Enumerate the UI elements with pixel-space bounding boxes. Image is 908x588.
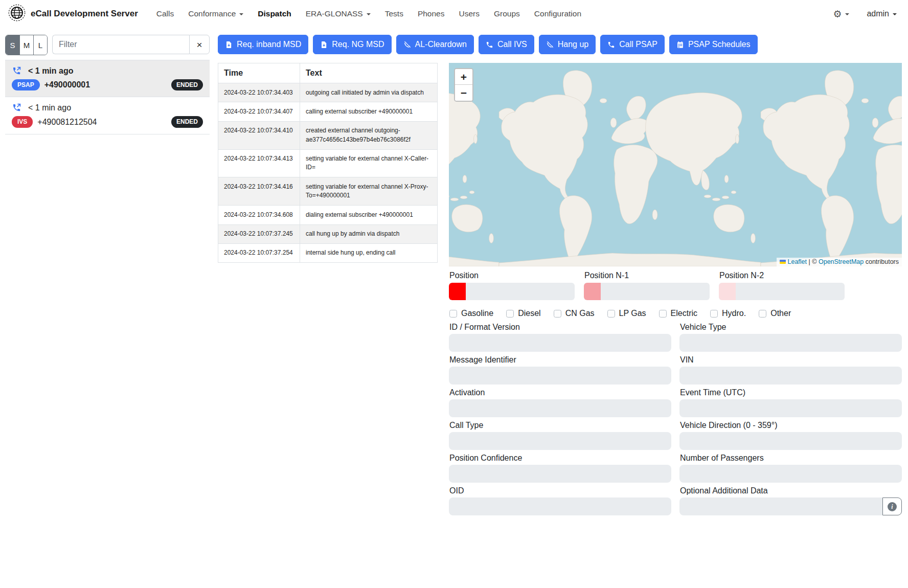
call-type-input[interactable] [449, 432, 671, 450]
nav-item-conformance[interactable]: Conformance [188, 9, 243, 18]
psap-schedules-button[interactable]: PSAP Schedules [669, 35, 758, 54]
leaflet-link[interactable]: Leaflet [788, 258, 807, 265]
openstreetmap-link[interactable]: OpenStreetMap [819, 258, 864, 265]
size-button-m[interactable]: M [19, 35, 33, 55]
file-download-icon [225, 41, 233, 49]
log-text-cell: dialing external subscriber +490000001 [300, 206, 438, 224]
number-of-passengers-input[interactable] [679, 465, 902, 483]
checkbox-icon[interactable] [710, 310, 718, 318]
call-psap-button[interactable]: Call PSAP [600, 35, 665, 54]
checkbox-icon[interactable] [659, 310, 667, 318]
req-inband-msd-button[interactable]: Req. inband MSD [218, 35, 308, 54]
attribution-copyright: © [812, 258, 816, 265]
checkbox-icon[interactable] [607, 310, 615, 318]
hang-up-button[interactable]: Hang up [539, 35, 596, 54]
log-text-cell: created external channel outgoing-ae377c… [300, 121, 438, 149]
call-list-item[interactable]: < 1 min agoIVS+490081212504ENDED [5, 97, 210, 134]
call-ivs-button[interactable]: Call IVS [479, 35, 534, 54]
size-button-l[interactable]: L [33, 35, 47, 55]
req-ng-msd-button[interactable]: Req. NG MSD [313, 35, 391, 54]
log-row: 2024-03-22 10:07:34.416setting variable … [218, 177, 438, 206]
zoom-out-button[interactable]: − [455, 85, 472, 101]
nav-item-dispatch[interactable]: Dispatch [258, 9, 291, 18]
fuel-checkboxes: GasolineDieselCN GasLP GasElectricHydro.… [449, 309, 902, 318]
nav-item-era-glonass[interactable]: ERA-GLONASS [306, 9, 371, 18]
app-logo-icon [8, 4, 26, 24]
nav-item-configuration[interactable]: Configuration [534, 9, 581, 18]
checkbox-label: Hydro. [722, 309, 746, 318]
attribution-separator: | [809, 258, 810, 265]
oid-input[interactable] [449, 497, 671, 515]
checkbox-label: CN Gas [565, 309, 595, 318]
map-and-msd: + − Leaflet | © OpenStreetMap contributo… [449, 63, 902, 515]
fuel-checkbox-lp-gas[interactable]: LP Gas [607, 309, 646, 318]
optional-additional-data-input[interactable] [679, 497, 882, 515]
log-text-cell: internal side hung up, ending call [300, 243, 438, 262]
al-cleardown-button[interactable]: AL-Cleardown [396, 35, 474, 54]
calendar-icon [676, 41, 684, 49]
position-input[interactable] [584, 283, 710, 300]
nav-item-calls[interactable]: Calls [156, 9, 174, 18]
position-input[interactable] [719, 283, 845, 300]
button-label: Call PSAP [619, 40, 657, 49]
nav-item-groups[interactable]: Groups [494, 9, 520, 18]
map-attribution: Leaflet | © OpenStreetMap contributors [777, 258, 902, 266]
size-button-s[interactable]: S [6, 35, 19, 55]
message-identifier-input[interactable] [449, 367, 671, 385]
settings-menu[interactable]: ⚙ [833, 9, 849, 19]
event-time-utc-input[interactable] [679, 399, 902, 417]
fuel-checkbox-hydro[interactable]: Hydro. [710, 309, 746, 318]
checkbox-icon[interactable] [554, 310, 561, 318]
log-row: 2024-03-22 10:07:37.254internal side hun… [218, 243, 438, 262]
size-button-group: SML [5, 35, 48, 55]
call-number: +490081212504 [37, 118, 97, 127]
activation-input[interactable] [449, 399, 671, 417]
nav-item-phones[interactable]: Phones [418, 9, 445, 18]
field-label: ID / Format Version [449, 323, 671, 332]
fuel-checkbox-cn-gas[interactable]: CN Gas [554, 309, 595, 318]
call-list: < 1 min agoPSAP+490000001ENDED< 1 min ag… [5, 60, 210, 134]
vehicle-type-input[interactable] [679, 334, 902, 352]
log-time-cell: 2024-03-22 10:07:34.407 [218, 102, 300, 121]
checkbox-icon[interactable] [506, 310, 514, 318]
fuel-checkbox-electric[interactable]: Electric [659, 309, 697, 318]
position-input[interactable] [449, 283, 575, 300]
checkbox-icon[interactable] [449, 310, 457, 318]
fuel-checkbox-gasoline[interactable]: Gasoline [449, 309, 493, 318]
chevron-down-icon [367, 13, 371, 15]
position-confidence-input[interactable] [449, 465, 671, 483]
log-row: 2024-03-22 10:07:34.413setting variable … [218, 149, 438, 177]
call-side-badge: PSAP [12, 79, 40, 91]
ukraine-flag-icon [780, 260, 786, 264]
fuel-checkbox-diesel[interactable]: Diesel [506, 309, 540, 318]
vehicle-direction-0-359-input[interactable] [679, 432, 902, 450]
vin-input[interactable] [679, 367, 902, 385]
brand[interactable]: eCall Development Server [8, 4, 138, 24]
checkbox-label: Electric [671, 309, 697, 318]
button-label: Hang up [558, 40, 589, 49]
call-list-item[interactable]: < 1 min agoPSAP+490000001ENDED [5, 60, 210, 97]
checkbox-label: Other [770, 309, 791, 318]
checkbox-icon[interactable] [759, 310, 766, 318]
log-text-cell: outgoing call initiated by admin via dis… [300, 83, 438, 102]
chevron-down-icon [893, 13, 897, 15]
info-button[interactable]: i [882, 497, 902, 515]
log-row: 2024-03-22 10:07:34.608dialing external … [218, 206, 438, 224]
log-column-header: Text [300, 63, 438, 83]
field-label: Activation [449, 388, 671, 397]
nav-item-users[interactable]: Users [459, 9, 479, 18]
call-outgoing-icon [12, 103, 21, 112]
nav-item-tests[interactable]: Tests [385, 9, 403, 18]
zoom-in-button[interactable]: + [455, 69, 472, 85]
button-label: Req. inband MSD [237, 40, 301, 49]
clear-filter-button[interactable]: × [189, 35, 210, 54]
call-log: TimeText 2024-03-22 10:07:34.403outgoing… [218, 63, 438, 515]
content-row: TimeText 2024-03-22 10:07:34.403outgoing… [218, 63, 902, 515]
user-menu[interactable]: admin [867, 9, 897, 18]
attribution-suffix: contributors [866, 258, 899, 265]
map[interactable]: + − Leaflet | © OpenStreetMap contributo… [449, 63, 902, 266]
id-format-version-input[interactable] [449, 334, 671, 352]
fuel-checkbox-other[interactable]: Other [759, 309, 791, 318]
filter-input[interactable] [52, 35, 189, 54]
sidebar: SML × < 1 min agoPSAP+490000001ENDED< 1 … [5, 35, 210, 588]
